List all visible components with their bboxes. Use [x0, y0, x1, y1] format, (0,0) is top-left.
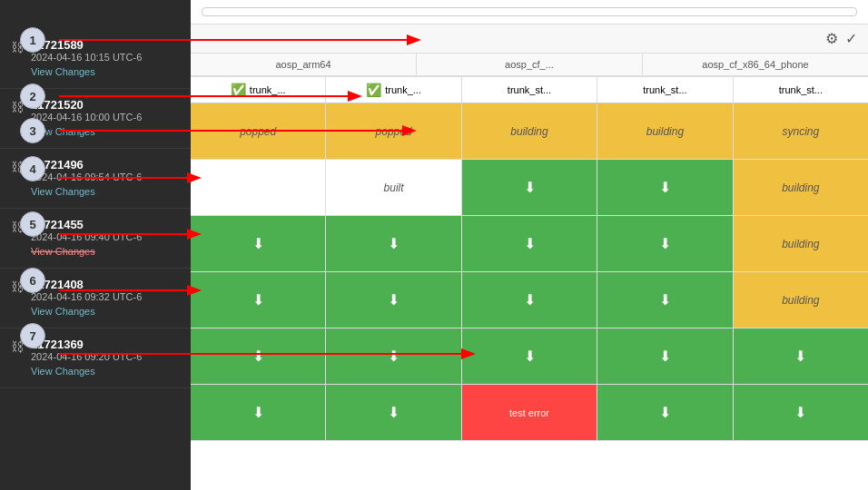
- table-cell[interactable]: ⬇: [597, 385, 733, 440]
- download-icon: ⬇: [388, 235, 399, 252]
- table-row: ⬇⬇⬇⬇building: [191, 272, 868, 328]
- table-cell[interactable]: ⬇: [326, 272, 461, 328]
- table-cell[interactable]: syncing: [734, 103, 868, 159]
- annotation-circle-3: 3: [20, 118, 45, 143]
- annotation-circle-4: 4: [20, 156, 45, 181]
- table-cell[interactable]: ⬇: [191, 272, 326, 328]
- table-cell[interactable]: ⬇: [734, 328, 868, 384]
- filter-row: ⚙ ✓: [191, 24, 868, 54]
- data-rows: poppedpoppedbuildingbuildingsyncingbuilt…: [191, 103, 868, 490]
- table-cell[interactable]: ⬇: [191, 328, 326, 384]
- table-cell[interactable]: ⬇: [734, 385, 868, 440]
- build-id: 11721408: [31, 278, 180, 291]
- view-changes-link[interactable]: View Changes: [31, 366, 95, 377]
- download-icon: ⬇: [659, 404, 671, 421]
- column-header: aosp_cf_...: [417, 54, 643, 75]
- table-cell[interactable]: building: [597, 103, 733, 159]
- filter-icon[interactable]: ⚙: [825, 30, 838, 47]
- table-row: built⬇⬇building: [191, 160, 868, 216]
- table-cell[interactable]: ⬇: [191, 216, 326, 271]
- annotation-circle-7: 7: [20, 323, 45, 348]
- table-cell: [191, 160, 326, 215]
- chevron-icon[interactable]: ✓: [845, 30, 857, 47]
- annotation-circle-6: 6: [20, 268, 45, 293]
- download-icon: ⬇: [524, 235, 536, 252]
- build-date: 2024-04-16 09:20 UTC-6: [31, 351, 180, 362]
- status-header-cell: trunk_st...: [462, 77, 597, 103]
- table-row: ⬇⬇⬇⬇building: [191, 216, 868, 272]
- check-icon: ✅: [366, 83, 381, 97]
- status-header-row: ✅trunk_...✅trunk_...trunk_st...trunk_st.…: [191, 77, 868, 103]
- build-date: 2024-04-16 10:15 UTC-6: [31, 52, 180, 63]
- table-cell[interactable]: test error: [462, 385, 597, 440]
- column-headers: aosp_arm64aosp_cf_...aosp_cf_x86_64_phon…: [191, 54, 868, 77]
- download-icon: ⬇: [252, 291, 264, 309]
- download-icon: ⬇: [388, 404, 399, 421]
- table-cell[interactable]: ⬇: [597, 216, 733, 271]
- build-date: 2024-04-16 09:54 UTC-6: [31, 172, 180, 182]
- table-cell[interactable]: building: [462, 103, 597, 159]
- sidebar-header: [0, 0, 191, 25]
- table-cell[interactable]: ⬇: [597, 328, 733, 384]
- table-cell[interactable]: ⬇: [326, 385, 461, 440]
- main-panel: ⚙ ✓ aosp_arm64aosp_cf_...aosp_cf_x86_64_…: [191, 0, 868, 490]
- download-icon: ⬇: [659, 348, 671, 365]
- status-label: trunk_...: [385, 84, 421, 95]
- topbar: [191, 0, 868, 24]
- table-cell[interactable]: ⬇: [326, 216, 461, 271]
- build-id: 11721369: [31, 338, 180, 351]
- build-id: 11721496: [31, 158, 180, 172]
- view-changes-link[interactable]: View Changes: [31, 186, 95, 197]
- download-icon: ⬇: [388, 348, 399, 365]
- table-cell[interactable]: popped: [326, 103, 461, 159]
- table-row: ⬇⬇⬇⬇⬇: [191, 328, 868, 385]
- table-cell[interactable]: ⬇: [462, 272, 597, 328]
- table-cell[interactable]: popped: [191, 103, 326, 159]
- status-header-cell: trunk_st...: [734, 77, 868, 103]
- build-date: 2024-04-16 09:32 UTC-6: [31, 291, 180, 302]
- download-icon: ⬇: [524, 348, 536, 365]
- download-icon: ⬇: [659, 235, 671, 252]
- table-cell[interactable]: ⬇: [597, 272, 733, 328]
- branch-input-wrap[interactable]: [202, 7, 857, 16]
- view-changes-link[interactable]: View Changes: [31, 246, 95, 257]
- column-header: aosp_arm64: [191, 54, 417, 75]
- build-id: 11721589: [31, 38, 180, 52]
- download-icon: ⬇: [659, 291, 671, 309]
- check-icon: ✅: [231, 83, 246, 97]
- table-row: ⬇⬇test error⬇⬇: [191, 385, 868, 441]
- annotation-circle-5: 5: [20, 211, 45, 237]
- table-cell[interactable]: ⬇: [462, 328, 597, 384]
- table-cell[interactable]: ⬇: [326, 328, 461, 384]
- view-changes-link[interactable]: View Changes: [31, 306, 95, 317]
- download-icon: ⬇: [524, 179, 536, 196]
- build-date: 2024-04-16 09:40 UTC-6: [31, 231, 180, 242]
- download-icon: ⬇: [252, 235, 264, 252]
- download-icon: ⬇: [252, 404, 264, 421]
- table-row: poppedpoppedbuildingbuildingsyncing: [191, 103, 868, 160]
- download-icon: ⬇: [524, 291, 536, 309]
- download-icon: ⬇: [659, 179, 671, 196]
- table-cell[interactable]: ⬇: [597, 160, 733, 215]
- download-icon: ⬇: [388, 291, 399, 309]
- status-header-cell: ✅trunk_...: [326, 77, 461, 103]
- table-cell[interactable]: building: [734, 160, 868, 215]
- status-label: trunk_...: [250, 84, 286, 95]
- table-cell[interactable]: ⬇: [462, 160, 597, 215]
- table-cell[interactable]: ⬇: [462, 216, 597, 271]
- build-id: 11721520: [31, 98, 180, 112]
- table-cell[interactable]: building: [734, 216, 868, 271]
- status-header-cell: ✅trunk_...: [191, 77, 326, 103]
- column-header: aosp_cf_x86_64_phone: [643, 54, 868, 75]
- table-cell: built: [326, 160, 461, 215]
- view-changes-link[interactable]: View Changes: [31, 66, 95, 77]
- download-icon: ⬇: [794, 404, 806, 421]
- annotation-circle-2: 2: [20, 83, 45, 109]
- status-header-cell: trunk_st...: [597, 77, 733, 103]
- table-cell[interactable]: building: [734, 272, 868, 328]
- sidebar: ⛓ 11721589 2024-04-16 10:15 UTC-6 View C…: [0, 0, 191, 490]
- download-icon: ⬇: [794, 348, 806, 365]
- annotation-circle-1: 1: [20, 27, 45, 53]
- table-cell[interactable]: ⬇: [191, 385, 326, 440]
- download-icon: ⬇: [252, 348, 264, 365]
